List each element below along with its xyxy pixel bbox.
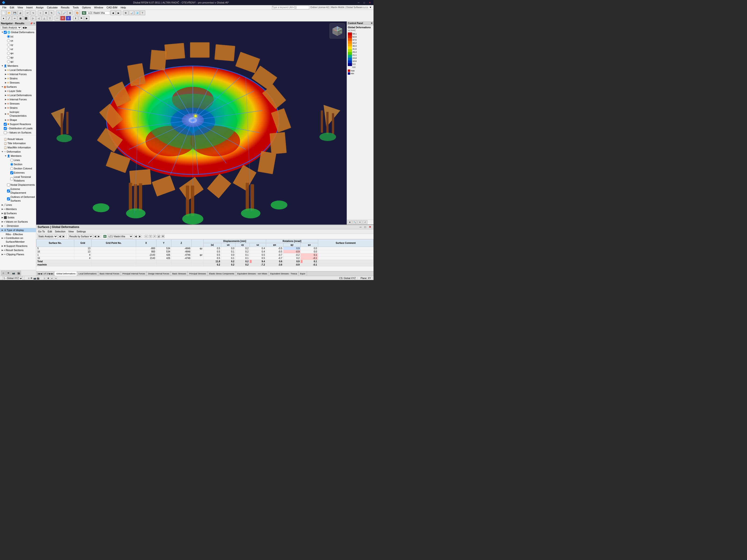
tree-uy[interactable]: uy <box>0 43 36 47</box>
cb-distribution-loads[interactable] <box>4 127 7 130</box>
tb-view-top[interactable]: ⊤ <box>140 10 145 15</box>
menu-edit[interactable]: Edit <box>8 6 16 9</box>
menu-calculate[interactable]: Calculate <box>46 6 59 9</box>
tree-dimension[interactable]: ▶ ↔ Dimension <box>0 224 36 228</box>
tree-deformation-group[interactable]: ▼ 〰 Deformation <box>0 150 36 154</box>
rp-lc-next[interactable]: ▶ <box>138 235 141 238</box>
tb-select[interactable]: ⊹ <box>38 10 43 15</box>
tb-filter1[interactable]: ▷ <box>31 16 36 21</box>
tree-surfaces-layer[interactable]: ▶ ≡ Layer Side <box>0 89 36 93</box>
tab-equiv-tresca[interactable]: Equivalent Stresses - Tresca <box>269 271 299 276</box>
tree-members-local-deformations[interactable]: ▶ ≋ Local Deformations <box>0 68 36 72</box>
tb-open[interactable]: 📂 <box>6 10 12 15</box>
rp-menu-view[interactable]: View <box>67 230 75 233</box>
tb-info1[interactable]: ℹ <box>73 16 78 21</box>
rp-btn-filter[interactable]: ▽ <box>149 235 152 238</box>
cb-extreme-displacement[interactable] <box>7 189 10 192</box>
nav-btn-select[interactable]: ⊹ <box>1 271 6 275</box>
tree-lines[interactable]: Lines <box>0 158 36 162</box>
page-first-btn[interactable]: |◀ <box>37 272 40 275</box>
radio-uy[interactable] <box>7 44 10 47</box>
cp-close-btn[interactable]: ✕ <box>371 22 372 25</box>
rp-btn-print[interactable]: 🖨 <box>157 235 160 238</box>
tb-solid[interactable]: ⬛ <box>23 16 28 21</box>
tree-ribs[interactable]: ▶ ≡ Ribs - Effective Contribution on Sur… <box>0 232 36 244</box>
vp-gizmo[interactable]: Z+ +Y <box>330 23 345 38</box>
rp-results-select[interactable]: Results by Surface <box>68 234 93 238</box>
tb-redo[interactable]: ↪ <box>31 10 36 15</box>
tree-members-stresses[interactable]: ▶ ≋ Stresses <box>0 80 36 85</box>
cb-nodal-displacements[interactable] <box>7 183 10 186</box>
menu-file[interactable]: File <box>1 6 8 9</box>
menu-cadbim[interactable]: CAD-BIM <box>105 6 119 9</box>
tb-filter3[interactable]: △ <box>42 16 47 21</box>
rp-analysis-next[interactable]: ▶ <box>62 235 65 238</box>
tab-design-internal-forces[interactable]: Design Internal Forces <box>147 271 171 276</box>
tb-result[interactable]: 📊 <box>129 10 134 15</box>
viewport[interactable]: Z+ +Y <box>36 22 347 224</box>
tree-values-surfaces2[interactable]: ▶ ≡ Values on Surfaces <box>0 219 36 224</box>
tb-print[interactable]: 🖨 <box>18 10 23 15</box>
tree-surfaces-stresses[interactable]: ▶ ≋ Stresses <box>0 102 36 106</box>
radio-section-colored[interactable] <box>10 167 13 170</box>
rp-btn-export[interactable]: ↗ <box>153 235 156 238</box>
nav-btn-eye[interactable]: 👁 <box>6 271 11 275</box>
tab-elastic-stress[interactable]: Elastic Stress Components <box>208 271 236 276</box>
maximize-btn[interactable]: □ <box>362 1 366 4</box>
page-prev-btn[interactable]: ◀ <box>40 272 42 275</box>
radio-lines[interactable] <box>10 159 13 162</box>
tree-solids[interactable]: ▶ ⬛ Solids <box>0 215 36 219</box>
tree-title-information[interactable]: 📋 Title Information <box>0 141 36 145</box>
menu-assign[interactable]: Assign <box>34 6 45 9</box>
tree-members-internal-forces[interactable]: ▶ ≋ Internal Forces <box>0 72 36 76</box>
tree-ux[interactable]: ux <box>0 38 36 43</box>
nav-pin-btn[interactable]: 📌 <box>30 22 33 25</box>
tb-filter4[interactable]: ▽ <box>47 16 53 21</box>
cp-btn3[interactable]: ≡ <box>358 220 362 224</box>
tree-clipping-planes[interactable]: ▶ ✂ Clipping Planes <box>0 252 36 257</box>
tree-surfaces-internal-forces[interactable]: ▶ ≋ Internal Forces <box>0 97 36 102</box>
tab-basic-internal-forces[interactable]: Basic Internal Forces <box>98 271 121 276</box>
radio-ux[interactable] <box>7 39 10 42</box>
cp-btn2[interactable]: 🔍 <box>353 220 357 224</box>
rp-lc-prev[interactable]: ◀ <box>134 235 137 238</box>
search-input[interactable] <box>272 6 309 9</box>
tree-members-strains[interactable]: ▶ ≋ Strains <box>0 76 36 80</box>
cb-local-torsional[interactable] <box>10 177 13 180</box>
tab-global-deformations[interactable]: Global Deformations <box>55 271 77 276</box>
tab-principal-stresses[interactable]: Principal Stresses <box>188 271 208 276</box>
tb-save[interactable]: 💾 <box>12 10 17 15</box>
tree-support-reactions2[interactable]: ▶ ✖ Support Reactions <box>0 244 36 248</box>
tb-filter2[interactable]: ◁ <box>36 16 41 21</box>
status-icon2[interactable]: 👁 <box>30 277 33 279</box>
tree-extremes[interactable]: Extremes <box>0 170 36 175</box>
tree-phiz[interactable]: φz <box>0 59 36 64</box>
tab-local-deformations[interactable]: Local Deformations <box>77 271 98 276</box>
tb-surface[interactable]: ▦ <box>18 16 23 21</box>
rp-menu-selection[interactable]: Selection <box>54 230 66 233</box>
tb-anim[interactable]: ▶ <box>84 16 89 21</box>
cb-extremes[interactable] <box>10 171 13 174</box>
nav-next[interactable]: ▶ <box>25 26 27 29</box>
tb-rotate[interactable]: ↻ <box>49 10 54 15</box>
tab-basic-stresses[interactable]: Basic Stresses <box>171 271 188 276</box>
tb-zoom-in[interactable]: 🔍 <box>56 10 61 15</box>
rp-results-prev[interactable]: ◀ <box>93 235 97 238</box>
tree-section-colored[interactable]: Section Colored <box>0 166 36 170</box>
rp-results-next[interactable]: ▶ <box>97 235 100 238</box>
menu-tools[interactable]: Tools <box>71 6 80 9</box>
nav-btn-cam[interactable]: 📷 <box>11 271 16 275</box>
tree-uz[interactable]: uz <box>0 47 36 51</box>
tree-values-surfaces[interactable]: ≡ Values on Surfaces <box>0 130 36 135</box>
tree-lines2[interactable]: ▶ ╱ Lines <box>0 203 36 207</box>
tab-equiv[interactable]: Equiv <box>299 271 307 276</box>
menu-view[interactable]: View <box>16 6 25 9</box>
rp-analysis-prev[interactable]: ◀ <box>58 235 61 238</box>
rp-minimize-btn[interactable]: ─ <box>359 225 363 229</box>
tree-members2[interactable]: ▶ ═ Members <box>0 207 36 211</box>
status-icon3[interactable]: 📷 <box>33 277 36 279</box>
tree-maxmin-information[interactable]: 📋 Max/Min Information <box>0 145 36 150</box>
tree-distribution-loads[interactable]: ≈ Distribution of Loads <box>0 126 36 130</box>
nav-close-btn[interactable]: ✕ <box>33 22 35 25</box>
tree-outlines-deformed[interactable]: Outlines of Deformed Surfaces <box>0 195 36 203</box>
